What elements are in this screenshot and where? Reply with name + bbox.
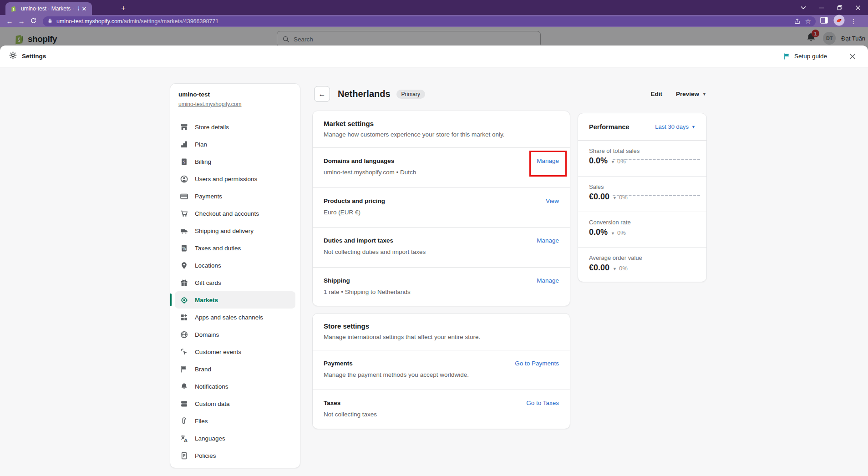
metric-delta: 0% — [617, 229, 626, 236]
sidebar-item-plan[interactable]: Plan — [175, 136, 295, 153]
sidebar-item-shipping-and-delivery[interactable]: Shipping and delivery — [175, 222, 295, 239]
languages-icon: A — [180, 435, 188, 442]
metric-value: €0.00 — [589, 263, 609, 273]
sidebar-item-notifications[interactable]: Notifications — [175, 378, 295, 395]
store-name: umino-test — [178, 91, 292, 98]
sidebar-nav: Store detailsPlan$BillingUsers and permi… — [170, 114, 300, 468]
sidebar-item-languages[interactable]: ALanguages — [175, 430, 295, 447]
sidebar-item-custom-data[interactable]: Custom data — [175, 395, 295, 412]
metric-value-row: 0.0%▼0% — [589, 156, 695, 166]
screen: umino-test · Markets · Netherlands ✕ + ←… — [0, 0, 868, 476]
preview-button[interactable]: Preview ▼ — [676, 91, 706, 97]
window-minimize-icon[interactable] — [812, 0, 831, 15]
metric-label: Average order value — [589, 254, 695, 261]
manage-link[interactable]: Manage — [537, 157, 559, 164]
settings-modal: Settings Setup guide umino-test umino-te… — [0, 46, 868, 476]
side-panel-icon[interactable] — [820, 17, 828, 25]
sidebar-item-users-and-permissions[interactable]: Users and permissions — [175, 170, 295, 187]
browser-avatar[interactable] — [833, 15, 845, 28]
row-title: Products and pricing — [324, 197, 559, 204]
sidebar-item-files[interactable]: Files — [175, 412, 295, 430]
sidebar-item-taxes-and-duties[interactable]: %Taxes and duties — [175, 239, 295, 257]
sidebar-item-label: Checkout and accounts — [195, 210, 259, 217]
toolbar-right: ⋮ — [820, 15, 857, 28]
tab-title-fade — [69, 2, 78, 15]
shipping-icon — [180, 227, 188, 235]
manage-link[interactable]: Manage — [537, 237, 559, 244]
share-icon[interactable] — [794, 18, 801, 25]
sidebar-item-gift-cards[interactable]: Gift cards — [175, 274, 295, 291]
settings-row-payments: PaymentsManage the payment methods you a… — [313, 350, 570, 390]
performance-range-selector[interactable]: Last 30 days ▼ — [655, 123, 695, 130]
edit-button[interactable]: Edit — [651, 91, 663, 97]
svg-text:A: A — [184, 437, 188, 442]
back-nav-icon[interactable]: ← — [4, 17, 15, 25]
sidebar-item-label: Languages — [195, 435, 225, 442]
setup-guide-button[interactable]: Setup guide — [783, 53, 827, 60]
gift-card-icon — [180, 279, 188, 287]
go-to-payments-link[interactable]: Go to Payments — [515, 360, 559, 367]
modal-close-icon[interactable] — [849, 53, 856, 60]
forward-nav-icon[interactable]: → — [15, 17, 27, 25]
sidebar-item-apps-and-sales-channels[interactable]: Apps and sales channels — [175, 309, 295, 326]
store-domain-link[interactable]: umino-test.myshopify.com — [178, 101, 242, 107]
metric-label: Conversion rate — [589, 219, 695, 226]
locations-icon — [180, 262, 188, 269]
sidebar-item-domains[interactable]: Domains — [175, 326, 295, 343]
modal-header-right: Setup guide — [783, 53, 859, 60]
customer-events-icon — [180, 348, 188, 356]
tab-close-icon[interactable]: ✕ — [80, 5, 88, 12]
users-icon — [180, 175, 188, 183]
new-tab-button[interactable]: + — [118, 3, 128, 13]
sidebar-item-markets[interactable]: Markets — [175, 291, 295, 309]
settings-modal-title: Settings — [22, 53, 46, 60]
sidebar-item-brand[interactable]: Brand — [175, 360, 295, 378]
settings-modal-body: umino-test umino-test.myshopify.com Stor… — [0, 67, 868, 476]
settings-row-duties-and-import-taxes: Duties and import taxesNot collecting du… — [313, 227, 570, 267]
payments-icon — [180, 192, 188, 200]
manage-link[interactable]: Manage — [537, 277, 559, 284]
url-bar[interactable]: umino-test.myshopify.com/admin/settings/… — [43, 16, 816, 26]
sidebar-item-label: Locations — [195, 262, 221, 269]
bookmark-star-icon[interactable]: ☆ — [805, 17, 811, 25]
sidebar-store-header: umino-test umino-test.myshopify.com — [170, 84, 300, 114]
sidebar-item-label: Brand — [195, 366, 211, 373]
sidebar-item-payments[interactable]: Payments — [175, 187, 295, 205]
gear-icon — [9, 51, 17, 61]
sidebar-item-label: Payments — [195, 193, 222, 200]
domains-icon — [180, 331, 188, 339]
browser-tab[interactable]: umino-test · Markets · Netherlands ✕ — [5, 2, 92, 15]
view-link[interactable]: View — [546, 197, 559, 204]
sidebar-item-label: Shipping and delivery — [195, 228, 254, 234]
metric-value: €0.00 — [589, 192, 609, 202]
sidebar-item-label: Markets — [195, 297, 218, 304]
apps-icon — [180, 314, 188, 321]
back-button[interactable]: ← — [314, 86, 330, 102]
sidebar-item-label: Domains — [195, 331, 219, 338]
checkout-icon — [180, 210, 188, 218]
store-settings-card: Store settings Manage international sett… — [312, 313, 570, 429]
metric-label: Sales — [589, 183, 695, 190]
go-to-taxes-link[interactable]: Go to Taxes — [526, 400, 559, 406]
window-restore-icon[interactable] — [831, 0, 849, 15]
sidebar-item-label: Store details — [195, 124, 229, 131]
notifications-icon — [180, 383, 188, 390]
sidebar-item-customer-events[interactable]: Customer events — [175, 343, 295, 360]
browser-menu-dots-icon[interactable]: ⋮ — [850, 18, 857, 25]
row-title: Duties and import taxes — [324, 237, 559, 244]
sidebar-item-policies[interactable]: Policies — [175, 447, 295, 464]
flat-sparkline — [613, 195, 700, 196]
row-description: Manage the payment methods you accept wo… — [324, 371, 559, 378]
reload-icon[interactable] — [27, 17, 39, 25]
setup-guide-label: Setup guide — [794, 53, 827, 60]
sidebar-item-checkout-and-accounts[interactable]: Checkout and accounts — [175, 205, 295, 222]
tab-search-chevron-icon[interactable] — [794, 0, 812, 15]
sidebar-item-locations[interactable]: Locations — [175, 257, 295, 274]
row-title: Shipping — [324, 277, 559, 284]
sidebar-item-store-details[interactable]: Store details — [175, 118, 295, 136]
svg-text:$: $ — [183, 159, 185, 164]
browser-tabstrip: umino-test · Markets · Netherlands ✕ + — [0, 0, 868, 15]
window-close-icon[interactable] — [849, 0, 867, 15]
row-description: Euro (EUR €) — [324, 209, 559, 216]
sidebar-item-billing[interactable]: $Billing — [175, 153, 295, 170]
